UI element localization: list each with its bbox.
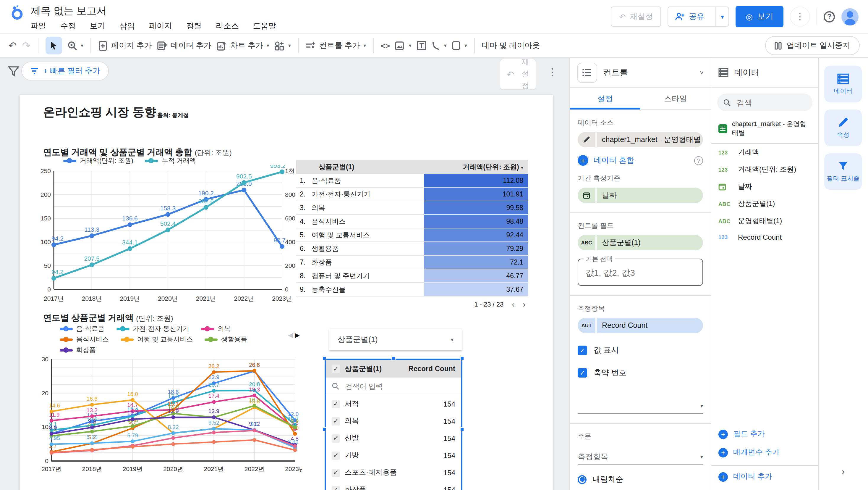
- add-field-button[interactable]: +필드 추가: [711, 425, 818, 443]
- checkbox-icon[interactable]: ✓: [332, 434, 340, 442]
- combo-line-chart[interactable]: 거래액(단위: 조원)누적 거래액 0501001502002500200400…: [36, 156, 302, 305]
- select-tool-button[interactable]: [45, 37, 62, 54]
- table-row[interactable]: 1.음·식료품112.08: [296, 174, 528, 188]
- blend-data-button[interactable]: + 데이터 혼합 ?: [578, 155, 703, 166]
- quick-filter-button[interactable]: + 빠른 필터 추가: [21, 62, 109, 81]
- menu-item[interactable]: 수정: [60, 21, 76, 31]
- list-header[interactable]: ✓ 상품군별(1) Record Count: [326, 360, 461, 378]
- help-button[interactable]: ?: [824, 11, 835, 22]
- metric-chip[interactable]: AUT Record Count: [578, 318, 703, 333]
- multi-series-line-chart[interactable]: 음·식료품가전·전자·통신기기의복음식서비스여행 및 교통서비스생활용품화장품 …: [36, 324, 302, 475]
- canvas-more-options[interactable]: ⋮: [548, 66, 557, 78]
- rail-tab-filter-bar[interactable]: 필터 표시줄: [824, 153, 862, 190]
- selection-handle[interactable]: [322, 427, 327, 431]
- add-parameter-button[interactable]: +매개변수 추가: [711, 443, 818, 462]
- insert-shape-button[interactable]: ▾: [452, 41, 467, 50]
- share-button[interactable]: 공유 ▾: [668, 6, 729, 27]
- default-selection-input[interactable]: [584, 267, 696, 278]
- undo-button[interactable]: ↶: [8, 39, 17, 52]
- list-item[interactable]: ✓스포츠·레저용품154: [326, 464, 461, 481]
- redo-button[interactable]: ↷: [22, 39, 31, 52]
- checkbox-icon[interactable]: ✓: [332, 365, 340, 373]
- menu-item[interactable]: 정렬: [186, 21, 202, 31]
- fixed-list-control[interactable]: ✓ 상품군별(1) Record Count ✓서적154✓의복154✓신발15…: [324, 358, 462, 490]
- table-row[interactable]: 7.화장품72.1: [296, 256, 528, 269]
- compact-numbers-checkbox[interactable]: ✓ 축약 번호: [578, 368, 703, 378]
- selection-handle[interactable]: [460, 356, 464, 361]
- table-row[interactable]: 4.음식서비스98.48: [296, 215, 528, 228]
- list-item[interactable]: ✓신발154: [326, 430, 461, 447]
- view-button[interactable]: ◎ 보기: [736, 6, 783, 27]
- period-field-chip[interactable]: 날짜: [578, 188, 703, 203]
- report-canvas[interactable]: + 빠른 필터 추가 ↶ 재설정 ⋮ 온라인쇼핑 시장 동향출처: 통계청 연도…: [0, 58, 570, 490]
- table-row[interactable]: 8.컴퓨터 및 주변기기46.77: [296, 269, 528, 283]
- table-row[interactable]: 2.가전·전자·통신기기101.91: [296, 188, 528, 201]
- legend-item[interactable]: 가전·전자·통신기기: [116, 324, 189, 333]
- legend-item[interactable]: 화장품: [60, 346, 96, 354]
- field-search-input[interactable]: [736, 97, 795, 108]
- field-row[interactable]: ABC상품군별(1): [711, 195, 818, 212]
- page-next-button[interactable]: ›: [523, 299, 526, 309]
- table-row[interactable]: 5.여행 및 교통서비스92.44: [296, 228, 528, 242]
- legend-item[interactable]: 의복: [201, 324, 230, 333]
- field-row[interactable]: ABC운영형태별(1): [711, 212, 818, 230]
- rail-tab-data[interactable]: 데이터: [824, 66, 862, 103]
- category-table[interactable]: 상품군별(1) 거래액(단위: 조원) ▾ 1.음·식료품112.082.가전·…: [296, 160, 528, 312]
- menu-item[interactable]: 보기: [90, 21, 105, 31]
- legend-item[interactable]: 누적 거래액: [145, 156, 196, 165]
- chevron-down-icon[interactable]: ˅: [700, 69, 704, 76]
- pause-updates-button[interactable]: 업데이트 일시중지: [766, 36, 860, 55]
- share-dropdown-arrow[interactable]: ▾: [715, 7, 728, 26]
- checkbox-icon[interactable]: ✓: [332, 400, 340, 408]
- list-item[interactable]: ✓가방154: [326, 447, 461, 464]
- field-row[interactable]: 날짜: [711, 178, 818, 195]
- table-row[interactable]: 6.생활용품79.29: [296, 242, 528, 256]
- table-row[interactable]: 9.농축수산물37.67: [296, 283, 528, 296]
- tab-style[interactable]: 스타일: [640, 88, 711, 110]
- show-values-checkbox[interactable]: ✓ 값 표시: [578, 345, 703, 356]
- checkbox-icon[interactable]: ✓: [332, 417, 340, 425]
- tab-setup[interactable]: 설정: [570, 88, 640, 110]
- field-row[interactable]: 123거래액(단위: 조원): [711, 161, 818, 178]
- add-data-button[interactable]: +데이터 추가: [711, 466, 818, 490]
- list-search-input[interactable]: [344, 381, 427, 391]
- table-row[interactable]: 3.의복99.58: [296, 201, 528, 215]
- legend-item[interactable]: 거래액(단위: 조원): [63, 156, 133, 165]
- menu-item[interactable]: 도움말: [253, 21, 276, 31]
- control-field-chip[interactable]: ABC 상품군별(1): [578, 235, 703, 250]
- sort-descending-radio[interactable]: 내림차순: [578, 474, 703, 485]
- menu-item[interactable]: 파일: [31, 21, 46, 31]
- field-row[interactable]: 123거래액: [711, 144, 818, 161]
- data-source-row[interactable]: chapter1_market - 운영형태별: [711, 111, 818, 144]
- legend-item[interactable]: 여행 및 교통서비스: [121, 335, 193, 344]
- add-data-button[interactable]: 데이터 추가: [157, 40, 211, 51]
- list-item[interactable]: ✓서적154: [326, 395, 461, 412]
- table-header[interactable]: 상품군별(1) 거래액(단위: 조원) ▾: [296, 160, 528, 174]
- default-selection-field[interactable]: 기본 선택: [578, 259, 703, 286]
- legend-pager[interactable]: ◀ ▶: [288, 332, 300, 339]
- legend-item[interactable]: 생활용품: [205, 335, 247, 344]
- avatar[interactable]: [841, 8, 859, 25]
- canvas-reset-button[interactable]: ↶ 재설정: [500, 59, 536, 90]
- help-icon[interactable]: ?: [694, 156, 703, 165]
- insert-line-button[interactable]: ▾: [432, 41, 447, 50]
- insert-image-button[interactable]: ▾: [395, 41, 411, 50]
- control-type-button[interactable]: [577, 62, 597, 83]
- add-chart-button[interactable]: 차트 추가▾: [217, 40, 269, 51]
- checkbox-icon[interactable]: ✓: [332, 486, 340, 490]
- embed-url-button[interactable]: <>: [381, 41, 390, 50]
- report-title[interactable]: 제목 없는 보고서: [31, 4, 276, 18]
- collapse-panel-button[interactable]: ›: [842, 466, 845, 477]
- checkbox-icon[interactable]: ✓: [332, 451, 340, 460]
- selection-handle[interactable]: [322, 356, 327, 361]
- data-source-chip[interactable]: chapter1_market - 운영형태별: [578, 132, 703, 147]
- theme-layout-button[interactable]: 테마 및 레이아웃: [482, 40, 540, 51]
- selection-handle[interactable]: [460, 427, 464, 431]
- more-options-button[interactable]: ⋮: [790, 6, 810, 27]
- page-prev-button[interactable]: ‹: [512, 299, 515, 309]
- checkbox-icon[interactable]: ✓: [332, 468, 340, 477]
- community-components-button[interactable]: ▾: [275, 40, 291, 51]
- menu-item[interactable]: 리소스: [216, 21, 239, 31]
- zoom-tool-button[interactable]: ▾: [67, 40, 83, 51]
- add-page-button[interactable]: 페이지 추가: [98, 40, 152, 51]
